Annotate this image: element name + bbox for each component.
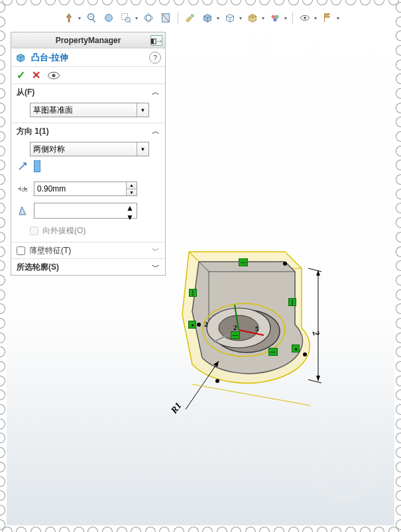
dropdown-arrow-icon[interactable]: ▾ xyxy=(239,15,242,21)
section-from-header[interactable]: 从(F) ︿ xyxy=(11,84,165,100)
end-condition-combo[interactable]: 两侧对称 ▼ xyxy=(30,142,149,156)
rotate-icon[interactable] xyxy=(142,11,155,25)
draft-outward-label: 向外拔模(O) xyxy=(42,225,86,237)
dropdown-arrow-icon[interactable]: ▾ xyxy=(78,15,81,21)
section-label: 从(F) xyxy=(17,87,34,98)
relation-icon[interactable]: ⬥ xyxy=(292,345,300,352)
zoom-balloon-icon[interactable] xyxy=(85,11,98,25)
reverse-dir-icon[interactable] xyxy=(15,161,30,172)
section-thin: 薄壁特征(T) ﹀ xyxy=(11,242,165,259)
svg-point-8 xyxy=(271,15,274,19)
section-contours: 所选轮廓(S) ﹀ xyxy=(11,259,165,275)
orient-up-icon[interactable] xyxy=(62,11,76,25)
relation-icon[interactable]: — xyxy=(239,258,248,266)
spin-down[interactable]: ▼ xyxy=(126,189,137,196)
thin-feature-checkbox[interactable] xyxy=(17,246,25,255)
section-dir1-header[interactable]: 方向 1(1) ︿ xyxy=(11,123,165,139)
display-shaded-icon[interactable] xyxy=(201,11,214,25)
section-icon[interactable] xyxy=(159,11,172,25)
section-label: 所选轮廓(S) xyxy=(17,262,59,273)
display-wire-icon[interactable] xyxy=(223,11,237,25)
svg-point-6 xyxy=(146,14,150,23)
dim-2a[interactable]: 2 xyxy=(204,320,208,328)
svg-rect-7 xyxy=(190,15,194,18)
svg-point-14 xyxy=(52,74,56,77)
depth-icon: D1 xyxy=(15,183,30,195)
zoom-area-icon[interactable] xyxy=(119,11,133,25)
appearance-icon[interactable] xyxy=(184,11,197,25)
spin-up[interactable]: ▲ xyxy=(126,182,137,189)
ok-button[interactable]: ✓ xyxy=(17,69,25,81)
section-label: 方向 1(1) xyxy=(17,126,49,137)
combo-value: 两侧对称 xyxy=(33,144,65,155)
view-toolbar: ▾ ▾ ▾ ▾ ▾ ▾ ▾ ▾ xyxy=(7,9,394,27)
draft-icon[interactable] xyxy=(15,205,30,217)
model-viewport[interactable]: 2 R1 2 5 2 | — | ⬥ ⬥ — — xyxy=(152,232,338,431)
svg-line-23 xyxy=(308,268,321,272)
svg-rect-3 xyxy=(121,14,127,20)
hide-show-icon[interactable] xyxy=(298,11,312,25)
svg-point-10 xyxy=(273,18,276,21)
help-icon[interactable]: ? xyxy=(149,52,161,64)
flag-icon[interactable] xyxy=(321,11,334,25)
dropdown-arrow-icon: ▼ xyxy=(137,142,148,156)
spin-up[interactable]: ▲ xyxy=(126,203,137,213)
relation-icon[interactable]: — xyxy=(268,348,278,356)
cancel-button[interactable]: ✕ xyxy=(32,69,40,81)
svg-point-28 xyxy=(197,323,201,327)
section-thin-header[interactable]: 薄壁特征(T) ﹀ xyxy=(11,242,165,258)
svg-point-1 xyxy=(89,15,92,18)
draft-angle-input[interactable]: ▲▼ xyxy=(34,203,137,219)
svg-point-5 xyxy=(144,15,152,20)
scene-icon[interactable] xyxy=(246,11,259,25)
color-icon[interactable] xyxy=(268,11,282,25)
svg-point-29 xyxy=(283,262,287,266)
dropdown-arrow-icon: ▼ xyxy=(137,103,148,117)
relation-icon[interactable]: | xyxy=(189,289,197,297)
relation-icon[interactable]: ⬥ xyxy=(188,321,196,329)
dropdown-arrow-icon[interactable]: ▾ xyxy=(314,15,317,21)
svg-point-12 xyxy=(304,17,306,19)
draft-outward-checkbox xyxy=(30,227,38,235)
spin-down[interactable]: ▼ xyxy=(126,213,137,222)
dropdown-arrow-icon[interactable]: ▾ xyxy=(217,15,219,21)
watermark: 小 國 工程师 xyxy=(315,439,374,499)
dropdown-arrow-icon[interactable]: ▾ xyxy=(337,15,339,21)
preview-icon[interactable] xyxy=(47,71,60,80)
depth-input[interactable]: 0.90mm ▲▼ xyxy=(34,182,137,196)
feature-name: 凸台-拉伸 xyxy=(31,52,145,64)
combo-value: 草图基准面 xyxy=(33,105,73,116)
svg-line-27 xyxy=(192,384,310,405)
section-from: 从(F) ︿ 草图基准面 ▼ xyxy=(11,84,165,123)
extrude-boss-icon xyxy=(15,52,27,64)
direction-highlight[interactable] xyxy=(34,160,40,172)
zoom-fit-icon[interactable] xyxy=(102,11,115,25)
chevron-up-icon: ︿ xyxy=(152,87,160,98)
dropdown-arrow-icon[interactable]: ▾ xyxy=(284,15,287,21)
pm-title: PropertyManager xyxy=(56,36,121,45)
depth-value: 0.90mm xyxy=(37,184,66,193)
svg-point-31 xyxy=(215,379,219,383)
from-condition-combo[interactable]: 草图基准面 ▼ xyxy=(30,103,149,117)
section-direction1: 方向 1(1) ︿ 两侧对称 ▼ D1 0.90mm ▲▼ xyxy=(11,123,165,242)
svg-point-2 xyxy=(105,15,112,22)
svg-point-9 xyxy=(275,15,278,19)
chevron-up-icon: ︿ xyxy=(152,126,160,137)
dim-2c[interactable]: 2 xyxy=(233,323,237,331)
section-contours-header[interactable]: 所选轮廓(S) ﹀ xyxy=(11,259,165,275)
svg-text:D1: D1 xyxy=(22,187,28,192)
watermark-small: 小 國 xyxy=(337,456,353,466)
watermark-big: 工程师 xyxy=(327,466,363,482)
dropdown-arrow-icon[interactable]: ▾ xyxy=(262,15,264,21)
pm-actions: ✓ ✕ xyxy=(11,67,165,84)
pin-icon[interactable]: ◧→ xyxy=(150,35,162,46)
dropdown-arrow-icon[interactable]: ▾ xyxy=(135,15,138,21)
pm-header: PropertyManager ◧→ xyxy=(11,32,165,48)
relation-icon[interactable]: — xyxy=(231,331,240,339)
svg-point-30 xyxy=(303,352,307,356)
property-manager-panel: PropertyManager ◧→ 凸台-拉伸 ? ✓ ✕ 从(F) ︿ 草图… xyxy=(11,32,166,276)
dim-5[interactable]: 5 xyxy=(255,325,259,333)
cad-canvas: ▾ ▾ ▾ ▾ ▾ ▾ ▾ ▾ PropertyManager ◧→ 凸台-拉伸… xyxy=(7,7,394,525)
relation-icon[interactable]: | xyxy=(288,298,296,306)
feature-title-row: 凸台-拉伸 ? xyxy=(11,48,165,67)
